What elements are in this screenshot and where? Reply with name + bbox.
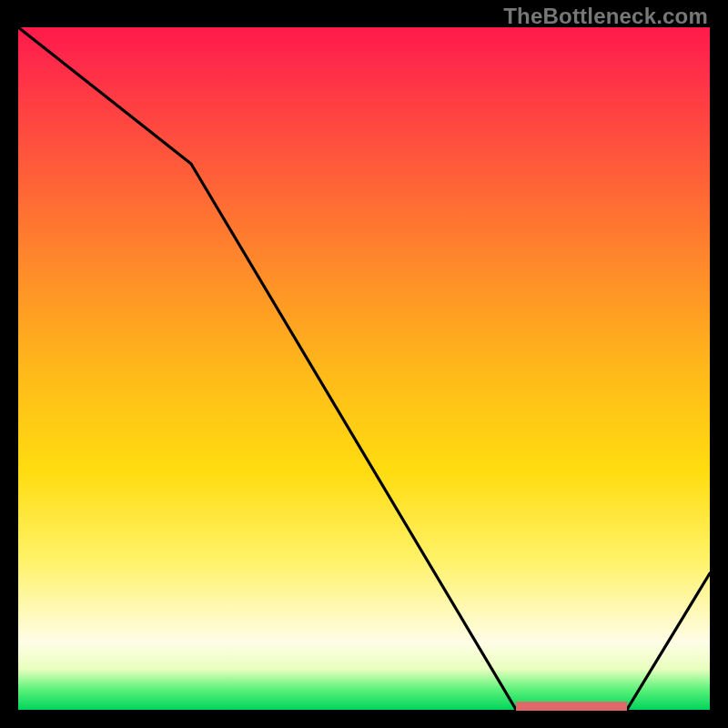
highlight-segment bbox=[516, 702, 627, 711]
chart-line bbox=[18, 27, 710, 710]
watermark-text: TheBottleneck.com bbox=[503, 4, 708, 29]
plot-frame bbox=[18, 27, 710, 710]
curve-polyline bbox=[18, 27, 710, 710]
chart-container: TheBottleneck.com bbox=[0, 0, 728, 728]
